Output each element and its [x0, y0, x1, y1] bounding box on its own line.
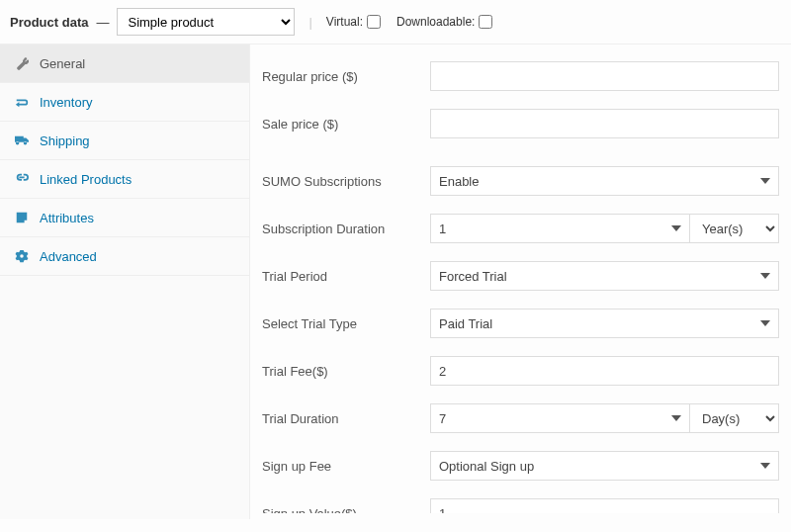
- sidebar-item-inventory[interactable]: Inventory: [0, 83, 249, 122]
- sidebar-item-advanced[interactable]: Advanced: [0, 237, 249, 276]
- row-signup-value: Sign up Value($): [250, 489, 791, 513]
- sub-duration-unit-select[interactable]: Year(s): [690, 214, 779, 243]
- header-title: Product data: [10, 15, 88, 30]
- virtual-checkbox-group[interactable]: Virtual:: [326, 15, 381, 29]
- sumo-select[interactable]: Enable: [430, 166, 779, 196]
- gear-icon: [14, 248, 30, 264]
- sale-price-label: Sale price ($): [262, 117, 420, 132]
- row-trial-type: Select Trial Type Paid Trial: [250, 300, 791, 347]
- trial-fee-label: Trial Fee($): [262, 364, 420, 379]
- trial-duration-group: 7 Day(s): [430, 403, 779, 433]
- return-icon: [14, 94, 30, 110]
- row-sub-duration: Subscription Duration 1 Year(s): [250, 205, 791, 252]
- sidebar-item-linked-products[interactable]: Linked Products: [0, 160, 249, 199]
- trial-period-select[interactable]: Forced Trial: [430, 261, 779, 291]
- row-regular-price: Regular price ($): [250, 52, 791, 100]
- signup-value-input[interactable]: [430, 498, 779, 513]
- row-sumo: SUMO Subscriptions Enable: [250, 157, 791, 205]
- virtual-label: Virtual:: [326, 15, 363, 29]
- header-separator: |: [308, 15, 311, 30]
- sub-duration-select[interactable]: 1: [430, 214, 690, 243]
- trial-duration-select[interactable]: 7: [430, 403, 690, 433]
- truck-icon: [14, 133, 30, 148]
- sidebar-item-label: Inventory: [40, 95, 92, 110]
- downloadable-checkbox-group[interactable]: Downloadable:: [396, 15, 492, 29]
- regular-price-input[interactable]: [430, 61, 779, 91]
- sidebar-item-shipping[interactable]: Shipping: [0, 122, 249, 160]
- wrench-icon: [14, 55, 30, 71]
- sale-price-input[interactable]: [430, 109, 779, 138]
- sidebar-item-attributes[interactable]: Attributes: [0, 199, 249, 237]
- sumo-label: SUMO Subscriptions: [262, 174, 420, 189]
- row-sale-price: Sale price ($): [250, 100, 791, 147]
- body: General Inventory Shipping Linked Produc…: [0, 44, 791, 519]
- sidebar-item-general[interactable]: General: [0, 44, 249, 83]
- sidebar-item-label: Shipping: [40, 133, 90, 148]
- trial-type-select[interactable]: Paid Trial: [430, 309, 779, 338]
- regular-price-label: Regular price ($): [262, 69, 420, 84]
- row-trial-fee: Trial Fee($): [250, 347, 791, 395]
- trial-period-label: Trial Period: [262, 269, 420, 284]
- sidebar-item-label: General: [40, 56, 85, 71]
- downloadable-checkbox[interactable]: [479, 15, 492, 29]
- trial-fee-input[interactable]: [430, 356, 779, 386]
- note-icon: [14, 210, 30, 225]
- sub-duration-group: 1 Year(s): [430, 214, 779, 243]
- sidebar-item-label: Attributes: [40, 211, 94, 225]
- product-type-select[interactable]: Simple product: [117, 8, 295, 36]
- main-panel: Regular price ($) Sale price ($) SUMO Su…: [250, 44, 791, 513]
- sidebar: General Inventory Shipping Linked Produc…: [0, 44, 250, 519]
- row-trial-period: Trial Period Forced Trial: [250, 252, 791, 300]
- downloadable-label: Downloadable:: [396, 15, 475, 29]
- sidebar-item-label: Advanced: [40, 249, 97, 264]
- signup-value-label: Sign up Value($): [262, 506, 420, 514]
- sub-duration-label: Subscription Duration: [262, 222, 420, 236]
- signup-fee-label: Sign up Fee: [262, 459, 420, 474]
- trial-type-label: Select Trial Type: [262, 316, 420, 331]
- product-data-header: Product data — Simple product | Virtual:…: [0, 0, 791, 44]
- signup-fee-select[interactable]: Optional Sign up: [430, 451, 779, 481]
- link-icon: [14, 171, 30, 187]
- row-signup-fee: Sign up Fee Optional Sign up: [250, 442, 791, 489]
- sidebar-item-label: Linked Products: [40, 172, 132, 187]
- trial-duration-label: Trial Duration: [262, 411, 420, 426]
- row-trial-duration: Trial Duration 7 Day(s): [250, 395, 791, 442]
- header-dash: —: [96, 15, 109, 30]
- trial-duration-unit-select[interactable]: Day(s): [690, 403, 779, 433]
- virtual-checkbox[interactable]: [367, 15, 381, 29]
